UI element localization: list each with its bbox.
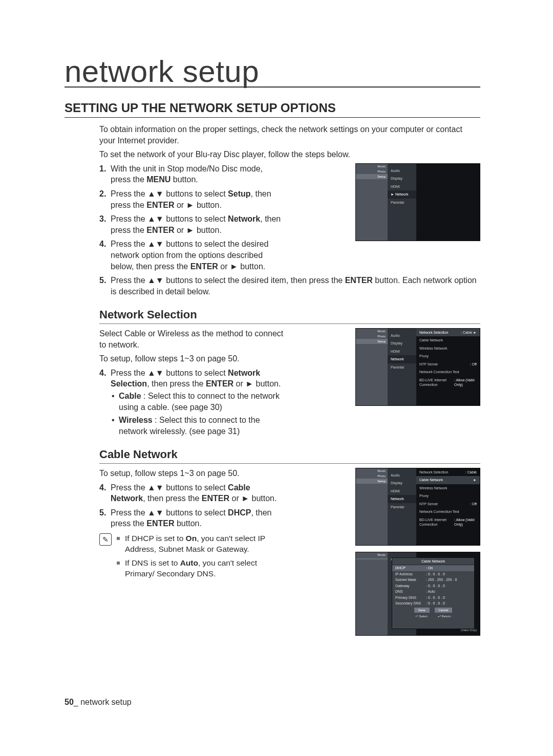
row-network-selection: Network Selection: Cable bbox=[416, 468, 480, 476]
popup-row-sdns: Secondary DNS: 0 . 0 . 0 . 0 bbox=[392, 600, 474, 606]
sidebar-setup: Setup bbox=[356, 174, 388, 179]
step-number: 1. bbox=[99, 163, 106, 175]
row-conn-test: Network Connection Test bbox=[416, 368, 480, 376]
menu-display: Display bbox=[388, 479, 416, 487]
popup-tag: (Valid Only) bbox=[461, 628, 477, 632]
step-number: 2. bbox=[99, 188, 106, 200]
note-dhcp-on: If DHCP is set to On, you can't select I… bbox=[117, 533, 285, 555]
sidebar-setup bbox=[356, 558, 388, 559]
popup-row-pdns: Primary DNS: 0 . 0 . 0 . 0 bbox=[392, 595, 474, 600]
sidebar-music: Music bbox=[356, 164, 388, 169]
sidebar-photo: Photo bbox=[356, 334, 388, 339]
row-conn-test: Network Connection Test bbox=[416, 508, 480, 515]
step-number: 4. bbox=[99, 482, 106, 493]
note-dns-auto: If DNS is set to Auto, you can't select … bbox=[117, 558, 285, 579]
popup-cable-network: Cable Network DHCP: On IP Address: 0 . 0… bbox=[392, 557, 475, 629]
step-text: Press the ▲▼ buttons to select Cable Net… bbox=[111, 483, 276, 503]
menu-audio: Audio bbox=[388, 332, 416, 339]
row-proxy: Proxy bbox=[416, 492, 480, 500]
popup-cancel-button: Cancel bbox=[435, 608, 453, 613]
step-number: 3. bbox=[99, 213, 106, 225]
ns-p1: Select Cable or Wireless as the method t… bbox=[99, 328, 285, 350]
page-number: 50 bbox=[65, 698, 74, 706]
bullet-cable: Cable : Select this to connect to the ne… bbox=[111, 391, 285, 413]
row-cable-network: Cable Network bbox=[416, 336, 480, 344]
note-list: If DHCP is set to On, you can't select I… bbox=[117, 533, 285, 582]
menu-audio: Audio bbox=[388, 471, 416, 479]
screenshot-setup-menu: Music Photo Setup Audio Display HDMI ► N… bbox=[355, 163, 480, 241]
sidebar-setup: Setup bbox=[356, 479, 388, 484]
popup-title: Cable Network bbox=[392, 558, 474, 565]
menu-audio: Audio bbox=[388, 167, 416, 175]
main-steps: 1.With the unit in Stop mode/No Disc mod… bbox=[99, 163, 285, 272]
sidebar-photo: Photo bbox=[356, 169, 388, 174]
row-wireless-network: Wireless Network bbox=[416, 484, 480, 492]
ns-p2: To setup, follow steps 1~3 on page 50. bbox=[99, 353, 285, 364]
step-text: Press the ▲▼ buttons to select Setup, th… bbox=[111, 189, 271, 209]
step-text: Press the ▲▼ buttons to select Network, … bbox=[111, 214, 281, 234]
page-title: network setup bbox=[65, 58, 480, 88]
cn-p1: To setup, follow steps 1~3 on page 50. bbox=[99, 468, 285, 479]
row-cable-network: Cable Network► bbox=[416, 476, 480, 484]
bullet-wireless: Wireless : Select this to connect to the… bbox=[111, 415, 285, 437]
step-number: 5. bbox=[99, 507, 106, 519]
popup-save-button: Save bbox=[414, 608, 430, 613]
sidebar-setup: Setup bbox=[356, 339, 388, 344]
sub-heading-network-selection: Network Selection bbox=[99, 307, 480, 324]
menu-hdmi: HDMI bbox=[388, 487, 416, 495]
row-bdlive: BD-LIVE Internet Connection: Allow (Vali… bbox=[416, 376, 480, 389]
screenshot-cable-network-list: Music Photo Setup Audio Display HDMI Net… bbox=[355, 468, 480, 546]
popup-footer-select: ⏎ Select bbox=[415, 614, 427, 618]
step-text: Press the ▲▼ buttons to select Network S… bbox=[111, 369, 281, 388]
menu-hdmi: HDMI bbox=[388, 348, 416, 355]
step-number: 4. bbox=[99, 368, 106, 379]
row-bdlive: BD-LIVE Internet Connection: Allow (Vali… bbox=[416, 516, 480, 529]
screenshot-cable-network-popup: Music Audio Cable Network DHCP: On IP Ad… bbox=[355, 552, 480, 636]
step-text: Press the ▲▼ buttons to select the desir… bbox=[111, 276, 477, 296]
row-wireless-network: Wireless Network bbox=[416, 344, 480, 352]
popup-row-gateway: Gateway: 0 . 0 . 0 . 0 bbox=[392, 583, 474, 589]
row-ntp-server: NTP Server: Off bbox=[416, 360, 480, 368]
screenshot-network-selection: Music Photo Setup Audio Display HDMI Net… bbox=[355, 328, 480, 406]
footer-label: network setup bbox=[78, 698, 132, 706]
popup-footer-return: ⮐ Return bbox=[438, 614, 451, 618]
step-number: 4. bbox=[99, 239, 106, 250]
menu-network: Network bbox=[388, 355, 416, 363]
intro-p2: To set the network of your Blu-ray Disc … bbox=[99, 149, 480, 160]
step-text: Press the ▲▼ buttons to select DHCP, the… bbox=[111, 508, 271, 528]
sidebar-photo: Photo bbox=[356, 473, 388, 479]
menu-parental: Parental bbox=[388, 199, 416, 206]
step-text: With the unit in Stop mode/No Disc mode,… bbox=[111, 164, 263, 184]
step-number: 5. bbox=[99, 275, 106, 286]
sidebar-music: Music bbox=[356, 552, 388, 557]
menu-network: ► Network bbox=[388, 190, 416, 198]
intro-p1: To obtain information on the proper sett… bbox=[99, 124, 480, 146]
popup-row-dhcp: DHCP: On bbox=[392, 565, 474, 571]
menu-display: Display bbox=[388, 339, 416, 347]
menu-network: Network bbox=[388, 495, 416, 503]
row-network-selection: Network Selection: Cable ► bbox=[416, 329, 480, 336]
page-footer: 50_ network setup bbox=[65, 698, 132, 707]
row-proxy: Proxy bbox=[416, 352, 480, 360]
popup-row-subnet: Subnet Mask: 255 . 255 . 255 . 0 bbox=[392, 577, 474, 582]
sidebar-music: Music bbox=[356, 468, 388, 473]
menu-parental: Parental bbox=[388, 363, 416, 371]
note-icon: ✎ bbox=[99, 533, 112, 546]
menu-parental: Parental bbox=[388, 503, 416, 511]
section-heading: SETTING UP THE NETWORK SETUP OPTIONS bbox=[65, 101, 480, 118]
menu-display: Display bbox=[388, 175, 416, 182]
popup-row-ip: IP Address: 0 . 0 . 0 . 0 bbox=[392, 571, 474, 577]
step-text: Press the ▲▼ buttons to select the desir… bbox=[111, 240, 268, 270]
row-ntp-server: NTP Server: Off bbox=[416, 500, 480, 508]
menu-hdmi: HDMI bbox=[388, 183, 416, 190]
sub-heading-cable-network: Cable Network bbox=[99, 447, 480, 464]
sidebar-music: Music bbox=[356, 329, 388, 334]
popup-row-dns: DNS: Auto bbox=[392, 589, 474, 594]
